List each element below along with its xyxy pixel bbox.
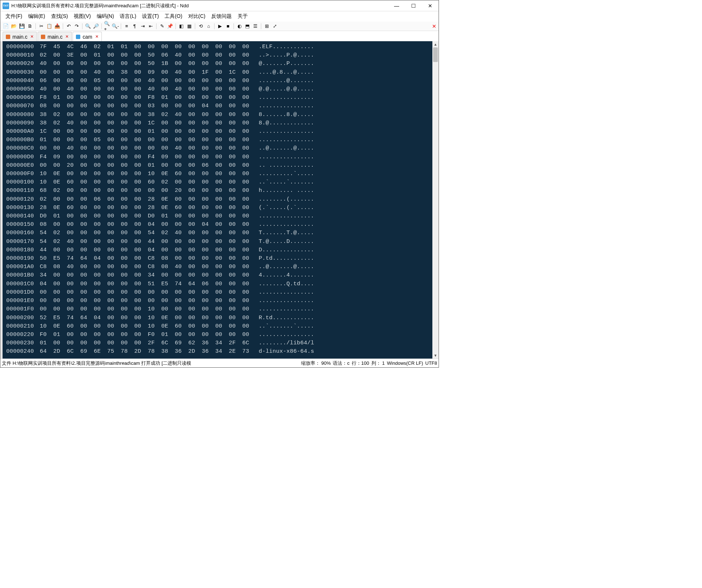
tab-main.c[interactable]: main.c✕: [38, 32, 72, 41]
toolbar: 📄📂💾🗎✂📋📥↶↷🔍🔎🔍+🔍-≡¶⇥⇤✎📌◧▦⟲⌂▶■◐⬒☰⊞⤢✕: [0, 22, 439, 31]
hex-byte: 00: [242, 102, 256, 110]
hex-byte: 00: [107, 144, 121, 152]
expand-icon[interactable]: ⤢: [271, 23, 278, 30]
hex-byte: 00: [188, 246, 202, 254]
stop-icon[interactable]: ■: [225, 23, 231, 30]
zoom-out-icon[interactable]: 🔍-: [112, 23, 119, 30]
hex-byte: 00: [242, 119, 256, 127]
hex-byte: 4C: [67, 43, 80, 51]
tab-close-icon[interactable]: ✕: [30, 34, 34, 39]
hex-byte: 00: [175, 246, 188, 254]
hex-byte: 00: [67, 102, 80, 110]
hex-byte: 00: [134, 68, 148, 77]
new-file-icon[interactable]: 📄: [3, 23, 9, 30]
tab-close-icon[interactable]: ✕: [65, 34, 69, 39]
window-icon[interactable]: ⊞: [263, 23, 270, 30]
scroll-track[interactable]: [432, 47, 439, 352]
menu-item-6[interactable]: 设置(T): [139, 12, 162, 21]
hex-byte: 00: [67, 288, 80, 297]
hex-byte: 00: [80, 288, 94, 297]
split-icon[interactable]: ◧: [178, 23, 185, 30]
menu-item-8[interactable]: 对比(C): [185, 12, 208, 21]
copy-icon[interactable]: 📋: [46, 23, 53, 30]
undo-icon[interactable]: ↶: [65, 23, 72, 30]
hex-byte: 00: [242, 161, 256, 170]
hex-byte: 00: [202, 186, 215, 195]
cut-icon[interactable]: ✂: [38, 23, 45, 30]
paste-icon[interactable]: 📥: [54, 23, 61, 30]
menu-item-2[interactable]: 查找(S): [48, 12, 71, 21]
tab-cam[interactable]: cam✕: [73, 32, 101, 41]
menu-item-0[interactable]: 文件(F): [3, 12, 25, 21]
scroll-thumb[interactable]: [433, 47, 438, 62]
hex-byte: 10: [148, 314, 161, 322]
hex-byte: 73: [242, 347, 256, 356]
hex-byte: 00: [80, 85, 94, 93]
redo-icon[interactable]: ↷: [73, 23, 80, 30]
hex-byte: 00: [67, 59, 80, 68]
hex-byte: 00: [202, 254, 215, 263]
find-icon[interactable]: 🔍: [85, 23, 91, 30]
hex-byte: 00: [229, 136, 242, 144]
hex-byte: 00: [121, 186, 134, 195]
hex-byte: 00: [121, 339, 134, 347]
menu-item-3[interactable]: 视图(V): [71, 12, 94, 21]
show-symbols-icon[interactable]: ¶: [131, 23, 138, 30]
replace-icon[interactable]: 🔎: [93, 23, 99, 30]
hex-byte: 60: [148, 178, 161, 186]
hex-byte: F0: [40, 330, 53, 339]
vertical-scrollbar[interactable]: ▲ ▼: [432, 41, 439, 359]
open-file-icon[interactable]: 📂: [11, 23, 17, 30]
file-icon: [76, 35, 80, 39]
zoom-in-icon[interactable]: 🔍+: [104, 23, 111, 30]
run-icon[interactable]: ▶: [217, 23, 223, 30]
bookmark-icon[interactable]: 📌: [167, 23, 173, 30]
hex-editor[interactable]: 000000007F454C46020101000000000000000000…: [3, 41, 432, 359]
hex-byte: 00: [175, 178, 188, 186]
hex-byte: 00: [202, 237, 215, 246]
hex-byte: 00: [202, 314, 215, 322]
reload-icon[interactable]: ⟲: [197, 23, 204, 30]
hex-byte: 00: [80, 263, 94, 271]
hex-row: 0000016054020000000000005402400000000000…: [6, 229, 432, 237]
menu-item-9[interactable]: 反馈问题: [208, 12, 235, 21]
home-icon[interactable]: ⌂: [205, 23, 212, 30]
minimize-button[interactable]: —: [388, 0, 405, 11]
maximize-button[interactable]: ☐: [405, 0, 422, 11]
menu-item-4[interactable]: 编码(N): [94, 12, 117, 21]
hex-byte: 00: [175, 153, 188, 161]
list-icon[interactable]: ☰: [252, 23, 259, 30]
hex-byte: 04: [148, 220, 161, 229]
hex-byte: 00: [80, 119, 94, 127]
wrap-icon[interactable]: ≡: [123, 23, 130, 30]
hex-byte: 00: [188, 288, 202, 297]
indent-icon[interactable]: ⇥: [139, 23, 146, 30]
outdent-icon[interactable]: ⇤: [147, 23, 154, 30]
menu-item-5[interactable]: 语言(L): [117, 12, 139, 21]
menu-item-7[interactable]: 工具(O): [162, 12, 185, 21]
hex-row: 0000001002003E00010000005006400000000000…: [6, 51, 432, 59]
hex-byte: 00: [67, 212, 80, 220]
hex-icon[interactable]: ▦: [186, 23, 193, 30]
hex-row: 000000B001000000050000000000000000000000…: [6, 136, 432, 144]
toolbar-close-icon[interactable]: ✕: [432, 23, 436, 29]
tab-close-icon[interactable]: ✕: [95, 34, 99, 39]
close-button[interactable]: ✕: [422, 0, 439, 11]
hex-offset: 00000070: [6, 102, 40, 110]
save-icon[interactable]: 💾: [19, 23, 25, 30]
hex-byte: 00: [80, 204, 94, 212]
edit-icon[interactable]: ✎: [159, 23, 165, 30]
menu-item-10[interactable]: 关于: [235, 12, 251, 21]
hex-byte: 00: [67, 195, 80, 204]
hex-byte: 00: [215, 305, 229, 313]
hex-byte: 00: [53, 85, 67, 93]
hex-byte: 04: [94, 254, 107, 263]
tab-main.c[interactable]: main.c✕: [3, 32, 37, 41]
scroll-down-icon[interactable]: ▼: [432, 352, 439, 359]
layout-icon[interactable]: ⬒: [244, 23, 251, 30]
menu-item-1[interactable]: 编辑(E): [25, 12, 48, 21]
hex-byte: 40: [148, 77, 161, 85]
scroll-up-icon[interactable]: ▲: [432, 41, 439, 47]
theme-icon[interactable]: ◐: [236, 23, 243, 30]
save-all-icon[interactable]: 🗎: [27, 23, 33, 30]
